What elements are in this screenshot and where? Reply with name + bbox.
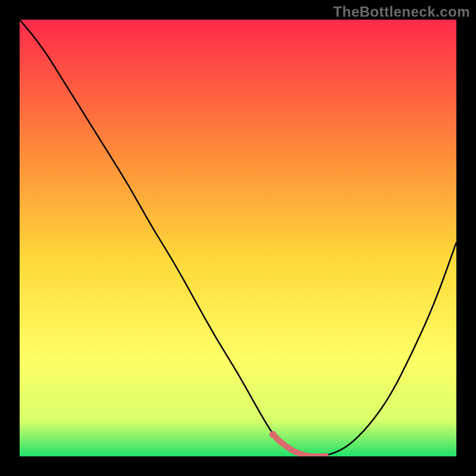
svg-point-1: [270, 431, 277, 438]
chart-frame: [20, 20, 456, 456]
svg-point-2: [322, 453, 329, 456]
watermark-text: TheBottleneck.com: [333, 4, 470, 20]
optimal-range-markers: [20, 20, 456, 456]
